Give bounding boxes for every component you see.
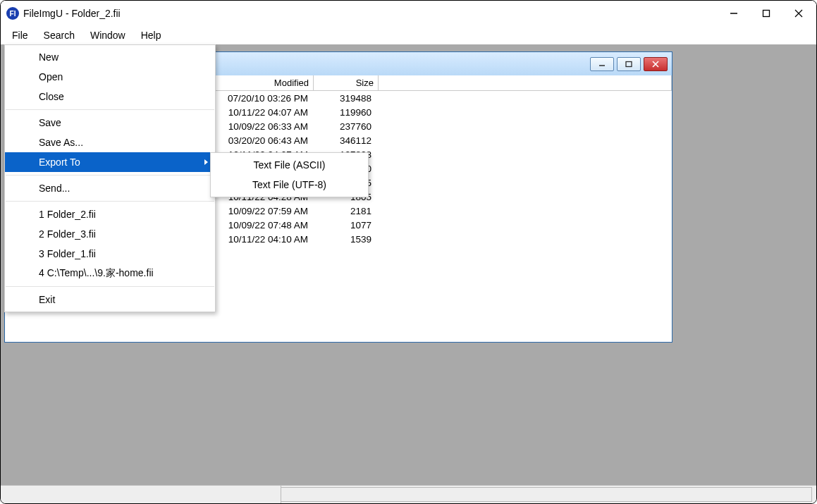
menu-bar: File Search Window Help <box>1 26 816 44</box>
child-minimize-button[interactable] <box>590 57 614 71</box>
menu-separator <box>6 109 214 110</box>
file-menu-exit[interactable]: Exit <box>5 290 215 309</box>
file-menu-recent-4[interactable]: 4 C:\Temp\...\9.家-home.fii <box>5 264 215 283</box>
cell-size: 119960 <box>314 107 379 118</box>
cell-size: 2181 <box>314 206 379 216</box>
menu-separator <box>6 175 214 176</box>
menu-search[interactable]: Search <box>37 28 82 42</box>
file-dropdown: New Open Close Save Save As... Export To… <box>4 44 216 312</box>
cell-size: 1077 <box>314 220 379 231</box>
file-menu-close[interactable]: Close <box>5 87 215 106</box>
file-menu-export-to-label: Export To <box>39 156 80 168</box>
status-bar <box>1 485 816 503</box>
file-menu-recent-3[interactable]: 3 Folder_1.fii <box>5 244 215 264</box>
col-header-pad <box>379 75 672 90</box>
app-window: FI FileImgU - Folder_2.fii File Search W… <box>0 0 817 504</box>
maximize-button[interactable] <box>750 2 782 25</box>
file-menu-open[interactable]: Open <box>5 67 215 87</box>
file-menu-recent-2[interactable]: 2 Folder_3.fii <box>5 224 215 244</box>
app-icon: FI <box>6 7 19 20</box>
col-header-size[interactable]: Size <box>314 75 379 90</box>
menu-separator <box>6 286 214 287</box>
close-button[interactable] <box>782 2 815 25</box>
file-menu-new[interactable]: New <box>5 47 215 67</box>
file-menu-recent-1[interactable]: 1 Folder_2.fii <box>5 204 215 224</box>
minimize-button[interactable] <box>718 2 750 25</box>
child-close-button[interactable] <box>644 57 668 71</box>
cell-size: 237760 <box>314 121 379 132</box>
window-title: FileImgU - Folder_2.fii <box>23 8 121 19</box>
status-right <box>281 487 812 502</box>
menu-file[interactable]: File <box>5 28 35 42</box>
menu-window[interactable]: Window <box>83 28 133 42</box>
cell-size: 346112 <box>314 135 379 146</box>
cell-size: 1539 <box>314 234 379 245</box>
export-utf8[interactable]: Text File (UTF-8) <box>211 175 368 195</box>
submenu-arrow-icon <box>204 159 208 165</box>
file-menu-send[interactable]: Send... <box>5 178 215 198</box>
menu-separator <box>6 201 214 202</box>
export-submenu: Text File (ASCII) Text File (UTF-8) <box>210 152 369 197</box>
title-bar: FI FileImgU - Folder_2.fii <box>1 1 816 26</box>
child-maximize-button[interactable] <box>617 57 641 71</box>
svg-rect-1 <box>763 11 770 17</box>
menu-help[interactable]: Help <box>134 28 168 42</box>
status-left <box>1 486 281 503</box>
cell-size: 319488 <box>314 93 379 104</box>
file-menu-save-as[interactable]: Save As... <box>5 133 215 152</box>
export-ascii[interactable]: Text File (ASCII) <box>211 155 368 175</box>
file-menu-export-to[interactable]: Export To <box>5 152 215 172</box>
svg-rect-5 <box>626 61 632 66</box>
file-menu-save[interactable]: Save <box>5 113 215 133</box>
